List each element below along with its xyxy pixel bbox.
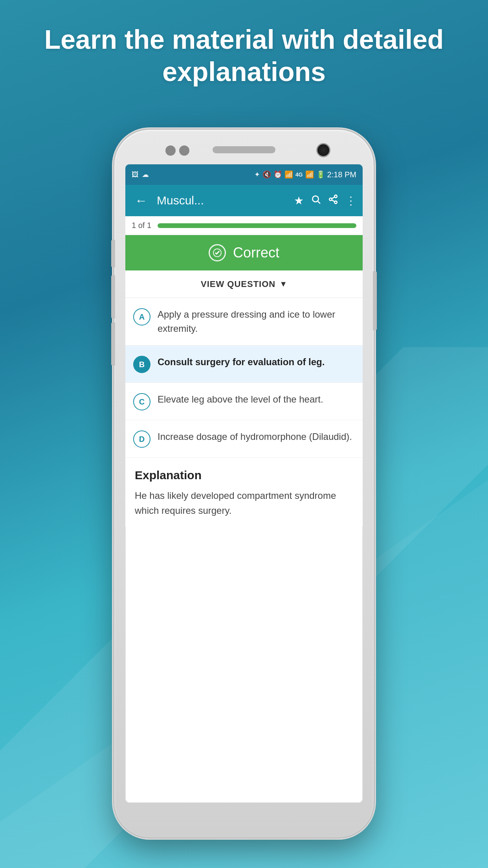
svg-point-4: [334, 201, 337, 203]
option-d-text: Increase dosage of hydromorphone (Dilaud…: [158, 430, 355, 444]
phone-dot-left: [165, 145, 176, 156]
share-icon[interactable]: [328, 194, 338, 207]
option-b-text: Consult surgery for evaluation of leg.: [158, 355, 355, 369]
view-question-arrow-icon: ▼: [279, 280, 287, 289]
volume-up-button: [111, 240, 115, 267]
view-question-button[interactable]: VIEW QUESTION ▼: [125, 270, 363, 298]
progress-label: 1 of 1: [132, 221, 151, 230]
explanation-title: Explanation: [135, 469, 353, 482]
svg-line-1: [318, 201, 320, 203]
option-d-letter: D: [133, 430, 150, 448]
app-toolbar: ← Muscul... ★: [125, 185, 363, 216]
explanation-text: He has likely developed compartment synd…: [135, 488, 353, 519]
cloud-icon: ☁: [142, 170, 149, 179]
option-a[interactable]: A Apply a pressure dressing and ice to l…: [125, 298, 363, 346]
promo-heading: Learn the material with detailed explana…: [0, 24, 488, 88]
svg-line-5: [332, 200, 334, 201]
answer-options: A Apply a pressure dressing and ice to l…: [125, 298, 363, 458]
option-b[interactable]: B Consult surgery for evaluation of leg.: [125, 346, 363, 383]
back-button[interactable]: ←: [132, 190, 150, 211]
view-question-label: VIEW QUESTION: [201, 279, 275, 289]
option-c-text: Elevate leg above the level of the heart…: [158, 392, 355, 406]
option-c[interactable]: C Elevate leg above the level of the hea…: [125, 383, 363, 420]
toolbar-title: Muscul...: [157, 194, 289, 207]
explanation-section: Explanation He has likely developed comp…: [125, 458, 363, 526]
status-right-area: ✦ 🔇 ⏰ 📶 4G 📶 🔋 2:18 PM: [254, 170, 356, 179]
signal-icon: 📶: [305, 170, 314, 179]
4g-icon: 4G: [295, 171, 303, 178]
status-bar: 🖼 ☁ ✦ 🔇 ⏰ 📶 4G 📶 🔋 2:18 PM: [125, 164, 363, 185]
svg-point-0: [312, 196, 318, 202]
wifi-icon: 📶: [284, 170, 293, 179]
option-b-letter: B: [133, 356, 150, 373]
option-c-letter: C: [133, 393, 150, 410]
option-d[interactable]: D Increase dosage of hydromorphone (Dila…: [125, 420, 363, 458]
star-icon[interactable]: ★: [294, 194, 304, 207]
status-time: 2:18 PM: [327, 170, 356, 179]
photo-icon: 🖼: [132, 171, 139, 179]
correct-check-icon: [209, 244, 226, 261]
progress-bar-background: [158, 223, 356, 228]
phone-screen: 🖼 ☁ ✦ 🔇 ⏰ 📶 4G 📶 🔋 2:18 PM ← Muscul... ★: [125, 164, 363, 803]
option-a-text: Apply a pressure dressing and ice to low…: [158, 307, 355, 336]
power-button: [373, 271, 377, 330]
status-left-icons: 🖼 ☁: [132, 170, 149, 179]
phone-dot-right: [179, 145, 189, 156]
phone-camera: [316, 143, 330, 157]
progress-area: 1 of 1: [125, 216, 363, 235]
bluetooth-icon: ✦: [254, 170, 260, 179]
alarm-icon: ⏰: [273, 170, 282, 179]
progress-bar-fill: [158, 223, 356, 228]
side-button-3: [111, 322, 115, 366]
phone-device: 🖼 ☁ ✦ 🔇 ⏰ 📶 4G 📶 🔋 2:18 PM ← Muscul... ★: [114, 130, 374, 837]
svg-point-2: [334, 195, 337, 198]
svg-line-6: [332, 197, 334, 199]
correct-label: Correct: [233, 245, 279, 261]
phone-speaker: [213, 146, 275, 153]
more-icon[interactable]: ⋮: [345, 194, 356, 207]
volume-down-button: [111, 275, 115, 318]
svg-point-3: [329, 198, 332, 200]
battery-icon: 🔋: [316, 170, 325, 179]
mute-icon: 🔇: [262, 170, 271, 179]
correct-banner: Correct: [125, 235, 363, 270]
toolbar-action-icons: ★ ⋮: [294, 194, 356, 207]
option-a-letter: A: [133, 308, 150, 326]
search-icon[interactable]: [311, 194, 321, 207]
